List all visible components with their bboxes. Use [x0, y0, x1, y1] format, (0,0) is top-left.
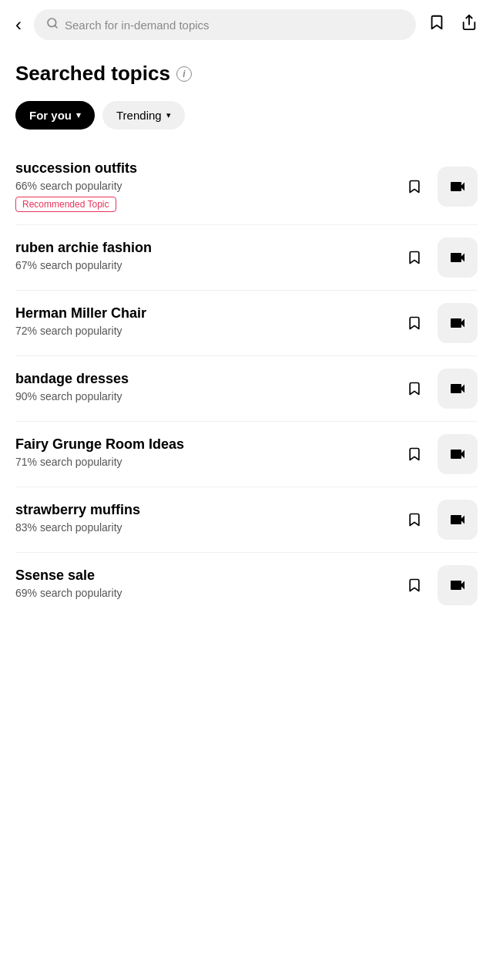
video-button[interactable]	[438, 565, 478, 605]
info-icon[interactable]: i	[176, 66, 192, 82]
topic-actions	[401, 500, 478, 540]
topic-item: Ssense sale69% search popularity	[15, 553, 478, 618]
back-button[interactable]: ‹	[12, 11, 25, 39]
topic-actions	[401, 369, 478, 409]
topic-popularity: 72% search popularity	[15, 325, 391, 337]
video-button[interactable]	[438, 237, 478, 278]
page-title-row: Searched topics i	[15, 62, 478, 86]
topic-item: bandage dresses90% search popularity	[15, 356, 478, 422]
video-button[interactable]	[438, 500, 478, 540]
topic-info: Herman Miller Chair72% search popularity	[15, 305, 391, 342]
topic-info: strawberry muffins83% search popularity	[15, 502, 391, 538]
topic-name: Fairy Grunge Room Ideas	[15, 436, 391, 453]
search-bar[interactable]: Search for in-demand topics	[34, 9, 416, 40]
topic-popularity: 69% search popularity	[15, 587, 391, 599]
topic-list: succession outfits66% search popularityR…	[15, 148, 478, 618]
topic-info: bandage dresses90% search popularity	[15, 371, 391, 407]
video-button[interactable]	[438, 167, 478, 207]
bookmark-button[interactable]	[401, 173, 428, 200]
search-placeholder-text: Search for in-demand topics	[65, 19, 210, 32]
bookmark-button[interactable]	[401, 309, 428, 337]
video-button[interactable]	[438, 434, 478, 474]
bookmark-button[interactable]	[401, 571, 428, 599]
topic-info: ruben archie fashion67% search popularit…	[15, 240, 391, 276]
topic-item: Herman Miller Chair72% search popularity	[15, 291, 478, 356]
header: ‹ Search for in-demand topics	[0, 0, 493, 49]
topic-name: Herman Miller Chair	[15, 305, 391, 322]
video-button[interactable]	[438, 369, 478, 409]
topic-item: Fairy Grunge Room Ideas71% search popula…	[15, 422, 478, 487]
chevron-for-you-icon: ▾	[76, 110, 81, 120]
topic-actions	[401, 565, 478, 605]
page-title: Searched topics	[15, 62, 170, 86]
bookmark-button[interactable]	[401, 506, 428, 534]
bookmark-button[interactable]	[401, 244, 428, 271]
share-header-icon[interactable]	[458, 11, 481, 39]
topic-name: Ssense sale	[15, 567, 391, 584]
topic-popularity: 66% search popularity	[15, 180, 391, 192]
recommended-badge: Recommended Topic	[15, 197, 116, 212]
video-button[interactable]	[438, 303, 478, 343]
topic-popularity: 71% search popularity	[15, 456, 391, 468]
topic-item: strawberry muffins83% search popularity	[15, 487, 478, 553]
topic-name: succession outfits	[15, 160, 391, 177]
topic-actions	[401, 434, 478, 474]
topic-actions	[401, 167, 478, 207]
topic-actions	[401, 303, 478, 343]
tab-trending[interactable]: Trending ▾	[102, 101, 185, 130]
topic-popularity: 67% search popularity	[15, 259, 391, 271]
topic-actions	[401, 237, 478, 278]
topic-item: succession outfits66% search popularityR…	[15, 148, 478, 225]
topic-info: succession outfits66% search popularityR…	[15, 160, 391, 212]
topic-popularity: 83% search popularity	[15, 521, 391, 534]
topic-name: bandage dresses	[15, 371, 391, 387]
topic-item: ruben archie fashion67% search popularit…	[15, 225, 478, 291]
svg-line-1	[55, 25, 57, 28]
topic-name: ruben archie fashion	[15, 240, 391, 256]
search-icon	[46, 17, 59, 32]
filter-tabs: For you ▾ Trending ▾	[15, 101, 478, 130]
topic-name: strawberry muffins	[15, 502, 391, 518]
topic-info: Fairy Grunge Room Ideas71% search popula…	[15, 436, 391, 473]
topic-popularity: 90% search popularity	[15, 390, 391, 402]
tab-for-you[interactable]: For you ▾	[15, 101, 95, 130]
topic-info: Ssense sale69% search popularity	[15, 567, 391, 604]
bookmark-header-icon[interactable]	[425, 11, 448, 39]
bookmark-button[interactable]	[401, 440, 428, 468]
main-content: Searched topics i For you ▾ Trending ▾ s…	[0, 49, 493, 618]
bookmark-button[interactable]	[401, 375, 428, 402]
chevron-trending-icon: ▾	[166, 110, 171, 120]
